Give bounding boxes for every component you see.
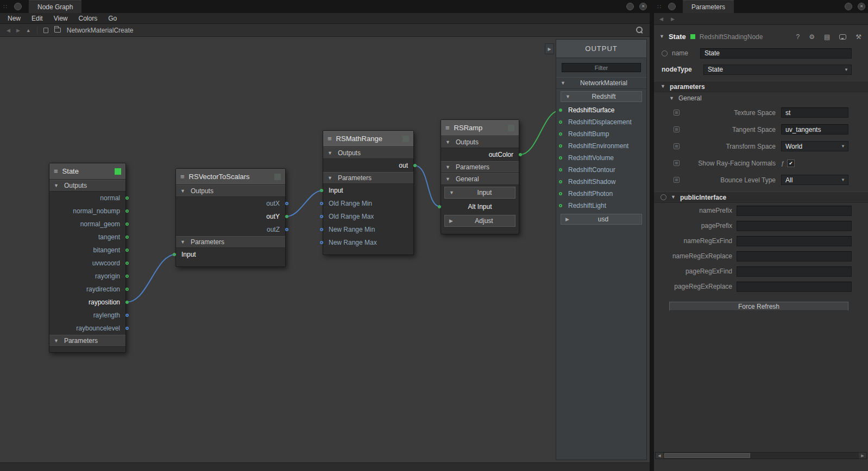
input-port-row[interactable]: Alt Input bbox=[441, 200, 519, 213]
breadcrumb[interactable]: NetworkMaterialCreate bbox=[67, 27, 134, 34]
param-state-badge[interactable] bbox=[674, 110, 680, 116]
up-icon[interactable]: ▲ bbox=[26, 28, 31, 33]
parameters-section-header[interactable]: ▼ Parameters bbox=[49, 335, 125, 347]
output-port[interactable] bbox=[125, 314, 129, 317]
expand-icon[interactable]: ▶ bbox=[565, 217, 569, 222]
close-icon[interactable]: ✕ bbox=[858, 3, 865, 10]
output-port-row[interactable]: outZ bbox=[176, 223, 285, 236]
input-port[interactable] bbox=[320, 228, 323, 231]
search-icon[interactable] bbox=[636, 27, 643, 34]
bookmark-icon[interactable] bbox=[43, 28, 48, 33]
pane-menu-icon[interactable] bbox=[14, 3, 22, 10]
node-menu-icon[interactable]: ≡ bbox=[445, 124, 450, 132]
node-enabled-badge[interactable] bbox=[508, 125, 514, 131]
nameregexreplace-input[interactable] bbox=[737, 251, 852, 262]
input-port[interactable] bbox=[320, 202, 323, 205]
collapse-icon[interactable]: ▼ bbox=[180, 240, 185, 245]
output-port[interactable] bbox=[125, 288, 129, 291]
terminal-port[interactable] bbox=[559, 180, 562, 183]
input-port-connected[interactable] bbox=[438, 205, 441, 208]
general-section-header[interactable]: ▼ General bbox=[441, 173, 519, 185]
redshift-group[interactable]: ▼ Redshift bbox=[561, 91, 642, 102]
collapse-icon[interactable]: ▼ bbox=[445, 165, 450, 170]
help-badge-icon[interactable] bbox=[662, 50, 668, 56]
output-port-row[interactable]: uvwcoord bbox=[49, 257, 125, 270]
wire-outy-to-input[interactable] bbox=[286, 190, 323, 217]
node-header[interactable]: ≡ State bbox=[49, 163, 125, 180]
force-refresh-button[interactable]: Force Refresh bbox=[669, 302, 848, 311]
grip-icon[interactable]: ∷ bbox=[0, 3, 11, 10]
parameters-section-header[interactable]: ▼ Parameters bbox=[323, 172, 413, 184]
terminal-port[interactable] bbox=[559, 168, 562, 171]
output-port[interactable] bbox=[125, 262, 129, 265]
menu-go[interactable]: Go bbox=[108, 15, 117, 22]
collapse-icon[interactable]: ▼ bbox=[659, 34, 664, 39]
outputs-section-header[interactable]: ▼ Outputs bbox=[49, 180, 125, 192]
collapse-icon[interactable]: ▼ bbox=[661, 84, 665, 89]
pane-float-icon[interactable] bbox=[845, 3, 852, 10]
sliders-icon[interactable]: ▤ bbox=[824, 33, 830, 41]
input-port-row[interactable]: Input bbox=[176, 248, 285, 261]
tab-parameters[interactable]: Parameters bbox=[683, 0, 734, 13]
param-state-badge[interactable] bbox=[674, 160, 680, 166]
terminal-port[interactable] bbox=[559, 144, 562, 148]
output-port[interactable] bbox=[125, 249, 129, 252]
show-ray-facing-normals-checkbox[interactable]: ✔ bbox=[787, 160, 795, 167]
pageprefix-input[interactable] bbox=[737, 221, 852, 231]
input-port-row[interactable]: Input bbox=[323, 184, 413, 197]
terminal-row[interactable]: RedshiftDisplacement bbox=[556, 116, 646, 128]
node-rsmathrange[interactable]: ≡ RSMathRange ▼ Outputs out ▼ Parameters… bbox=[323, 130, 414, 255]
texture-space-input[interactable]: st bbox=[781, 107, 848, 118]
output-port[interactable] bbox=[125, 327, 129, 330]
output-port-row[interactable]: tangent bbox=[49, 231, 125, 244]
node-rsvectortoscalars[interactable]: ≡ RSVectorToScalars ▼ Outputs outX outY … bbox=[175, 168, 286, 267]
output-port-row[interactable]: rayposition bbox=[49, 296, 125, 309]
terminal-row[interactable]: RedshiftShadow bbox=[556, 176, 646, 188]
close-icon[interactable]: ✕ bbox=[639, 3, 647, 10]
input-port-connected[interactable] bbox=[173, 253, 176, 256]
outputs-section-header[interactable]: ▼ Outputs bbox=[323, 147, 413, 159]
folder-icon[interactable] bbox=[54, 28, 61, 33]
wire-outcolor-to-redshiftsurface[interactable] bbox=[520, 111, 559, 155]
input-port[interactable] bbox=[320, 241, 323, 244]
node-header[interactable]: ≡ RSMathRange bbox=[323, 131, 413, 147]
scrollbar-thumb[interactable] bbox=[664, 453, 750, 458]
node-header[interactable]: ≡ RSVectorToScalars bbox=[176, 169, 285, 185]
gear-icon[interactable]: ⚙ bbox=[809, 33, 815, 41]
output-port[interactable] bbox=[125, 196, 129, 200]
output-port-row[interactable]: outX bbox=[176, 197, 285, 210]
node-menu-icon[interactable]: ≡ bbox=[54, 167, 58, 175]
networkmaterial-row[interactable]: ▼ NetworkMaterial bbox=[556, 77, 646, 89]
terminal-port-connected[interactable] bbox=[559, 109, 562, 112]
wire-rayposition-to-input[interactable] bbox=[127, 254, 175, 302]
param-state-badge[interactable] bbox=[674, 177, 680, 183]
collapse-icon[interactable]: ▼ bbox=[669, 96, 674, 101]
help-badge-icon[interactable] bbox=[661, 194, 666, 200]
pageregexfind-input[interactable] bbox=[737, 266, 852, 277]
name-input[interactable]: State bbox=[700, 48, 852, 59]
output-port[interactable] bbox=[285, 228, 288, 231]
terminal-row[interactable]: RedshiftVolume bbox=[556, 152, 646, 164]
collapse-icon[interactable]: ▼ bbox=[565, 94, 570, 99]
parameters-section-header[interactable]: ▼ Parameters bbox=[176, 236, 285, 248]
output-port-connected[interactable] bbox=[285, 215, 288, 218]
wire-out-to-altinput[interactable] bbox=[414, 166, 441, 207]
terminal-row[interactable]: RedshiftPhoton bbox=[556, 188, 646, 200]
menu-view[interactable]: View bbox=[54, 15, 68, 22]
wrench-icon[interactable]: ⚒ bbox=[856, 33, 861, 41]
collapse-icon[interactable]: ▼ bbox=[561, 81, 565, 86]
terminal-row[interactable]: RedshiftBump bbox=[556, 128, 646, 140]
output-port-row[interactable]: raydirection bbox=[49, 283, 125, 296]
transform-space-dropdown[interactable]: World ▼ bbox=[781, 141, 848, 151]
output-port[interactable] bbox=[125, 222, 129, 226]
back-icon[interactable]: ◀ bbox=[7, 28, 10, 33]
tangent-space-input[interactable]: uv_tangents bbox=[781, 124, 848, 135]
output-port-row[interactable]: bitangent bbox=[49, 244, 125, 257]
terminal-port[interactable] bbox=[559, 204, 562, 207]
menu-colors[interactable]: Colors bbox=[79, 15, 98, 22]
outputs-section-header[interactable]: ▼ Outputs bbox=[441, 136, 519, 148]
collapse-icon[interactable]: ▼ bbox=[328, 176, 332, 181]
node-state[interactable]: ≡ State ▼ Outputs normal normal_nobump n… bbox=[49, 163, 126, 353]
collapse-icon[interactable]: ▼ bbox=[54, 339, 59, 343]
param-state-badge[interactable] bbox=[674, 143, 680, 149]
